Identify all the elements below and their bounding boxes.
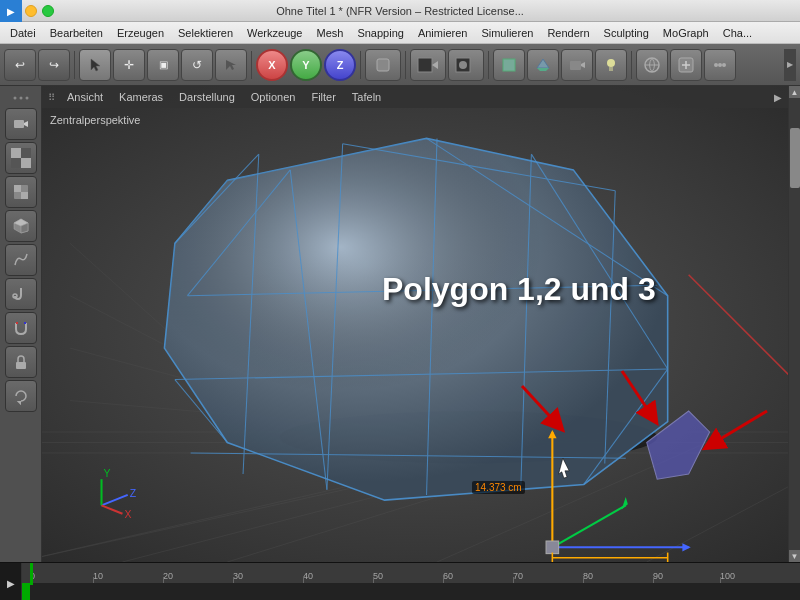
- menu-bar: Datei Bearbeiten Erzeugen Selektieren We…: [0, 22, 800, 44]
- lamp-button[interactable]: [595, 49, 627, 81]
- toolbar-sep-4: [405, 51, 406, 79]
- view-perspective-button[interactable]: [527, 49, 559, 81]
- timeline-marker-80: 80: [583, 571, 593, 581]
- viewport[interactable]: ⠿ Ansicht Kameras Darstellung Optionen F…: [42, 86, 788, 562]
- toolbar-sep-6: [631, 51, 632, 79]
- toolbar-collapse-button[interactable]: ▶: [784, 49, 796, 81]
- app-icon: ▶: [0, 0, 22, 22]
- menu-datei[interactable]: Datei: [4, 25, 42, 41]
- menu-erzeugen[interactable]: Erzeugen: [111, 25, 170, 41]
- viewport-menu-tafeln[interactable]: Tafeln: [348, 89, 385, 105]
- sidebar-curve-button[interactable]: [5, 244, 37, 276]
- camera-button[interactable]: [561, 49, 593, 81]
- transform-tool-button[interactable]: [215, 49, 247, 81]
- axis-y-button[interactable]: Y: [290, 49, 322, 81]
- sidebar-texture-button[interactable]: [5, 176, 37, 208]
- svg-text:Y: Y: [104, 468, 111, 479]
- axis-z-button[interactable]: Z: [324, 49, 356, 81]
- sidebar-lock-button[interactable]: [5, 346, 37, 378]
- menu-simulieren[interactable]: Simulieren: [475, 25, 539, 41]
- timeline-marker-70: 70: [513, 571, 523, 581]
- menu-snapping[interactable]: Snapping: [351, 25, 410, 41]
- scroll-up-button[interactable]: ▲: [789, 86, 801, 98]
- svg-point-17: [714, 63, 718, 67]
- render2-button[interactable]: [448, 49, 484, 81]
- scale-tool-button[interactable]: ▣: [147, 49, 179, 81]
- menu-sculpting[interactable]: Sculpting: [598, 25, 655, 41]
- viewport-menu-ansicht[interactable]: Ansicht: [63, 89, 107, 105]
- svg-point-19: [722, 63, 726, 67]
- toolbar-sep-2: [251, 51, 252, 79]
- minimize-button[interactable]: [25, 5, 37, 17]
- menu-werkzeuge[interactable]: Werkzeuge: [241, 25, 308, 41]
- sidebar-camera-button[interactable]: [5, 108, 37, 140]
- scene-canvas: Z Y X: [42, 86, 788, 562]
- svg-line-94: [522, 386, 557, 424]
- menu-rendern[interactable]: Rendern: [541, 25, 595, 41]
- undo-button[interactable]: ↩: [4, 49, 36, 81]
- left-sidebar: [0, 86, 42, 562]
- svg-rect-23: [14, 120, 24, 128]
- viewport-area: ⠿ Ansicht Kameras Darstellung Optionen F…: [0, 86, 800, 562]
- extra-button[interactable]: [704, 49, 736, 81]
- object-mode-button[interactable]: [365, 49, 401, 81]
- svg-marker-24: [24, 121, 28, 127]
- timeline-track[interactable]: 0 10 20 30 40 50 60 70 80 90 100: [22, 563, 800, 601]
- svg-point-21: [19, 97, 22, 100]
- timeline-marker-60: 60: [443, 571, 453, 581]
- move-tool-button[interactable]: ✛: [113, 49, 145, 81]
- timeline-marker-40: 40: [303, 571, 313, 581]
- scroll-thumb[interactable]: [790, 128, 800, 188]
- menu-mesh[interactable]: Mesh: [310, 25, 349, 41]
- timeline-marker-30: 30: [233, 571, 243, 581]
- menu-selektieren[interactable]: Selektieren: [172, 25, 239, 41]
- svg-rect-27: [21, 148, 31, 158]
- view-front-button[interactable]: [493, 49, 525, 81]
- svg-marker-2: [432, 61, 438, 69]
- scroll-down-button[interactable]: ▼: [789, 550, 801, 562]
- svg-rect-25: [11, 148, 21, 158]
- timeline-play-area[interactable]: [22, 583, 800, 601]
- dimension-label: 14.373 cm: [472, 481, 525, 494]
- viewport-menu-optionen[interactable]: Optionen: [247, 89, 300, 105]
- timeline-marker-100: 100: [720, 571, 735, 581]
- svg-point-4: [459, 61, 467, 69]
- timeline-marker-50: 50: [373, 571, 383, 581]
- menu-animieren[interactable]: Animieren: [412, 25, 474, 41]
- sidebar-magnet-button[interactable]: [5, 312, 37, 344]
- viewport-menu-filter[interactable]: Filter: [307, 89, 339, 105]
- annotation-arrow-3: [702, 406, 772, 460]
- menu-bearbeiten[interactable]: Bearbeiten: [44, 25, 109, 41]
- sidebar-material-button[interactable]: [5, 142, 37, 174]
- render-button[interactable]: [410, 49, 446, 81]
- sidebar-object-button[interactable]: [5, 210, 37, 242]
- scroll-track[interactable]: [789, 98, 801, 550]
- svg-rect-5: [503, 59, 515, 71]
- scrollbar-right[interactable]: ▲ ▼: [788, 86, 800, 562]
- rotate-tool-button[interactable]: ↺: [181, 49, 213, 81]
- menu-cha[interactable]: Cha...: [717, 25, 758, 41]
- timeline-start-marker: [22, 583, 30, 601]
- grid-button[interactable]: [636, 49, 668, 81]
- viewport-expand-button[interactable]: ▶: [774, 92, 782, 103]
- maximize-button[interactable]: [42, 5, 54, 17]
- toolbar-sep-1: [74, 51, 75, 79]
- render3-button[interactable]: [670, 49, 702, 81]
- axis-x-button[interactable]: X: [256, 49, 288, 81]
- select-tool-button[interactable]: [79, 49, 111, 81]
- sidebar-refresh-button[interactable]: [5, 380, 37, 412]
- svg-line-98: [712, 411, 767, 444]
- timeline-current-frame: [30, 563, 33, 585]
- svg-point-18: [718, 63, 722, 67]
- svg-rect-31: [21, 192, 28, 199]
- svg-point-20: [13, 97, 16, 100]
- redo-button[interactable]: ↪: [38, 49, 70, 81]
- timeline-marker-10: 10: [93, 571, 103, 581]
- viewport-menu-kameras[interactable]: Kameras: [115, 89, 167, 105]
- viewport-menu-darstellung[interactable]: Darstellung: [175, 89, 239, 105]
- play-button[interactable]: ▶: [0, 563, 22, 601]
- menu-mograph[interactable]: MoGraph: [657, 25, 715, 41]
- svg-point-22: [25, 97, 28, 100]
- title-bar: ▶ Ohne Titel 1 * (NFR Version – Restrict…: [0, 0, 800, 22]
- sidebar-hook-button[interactable]: [5, 278, 37, 310]
